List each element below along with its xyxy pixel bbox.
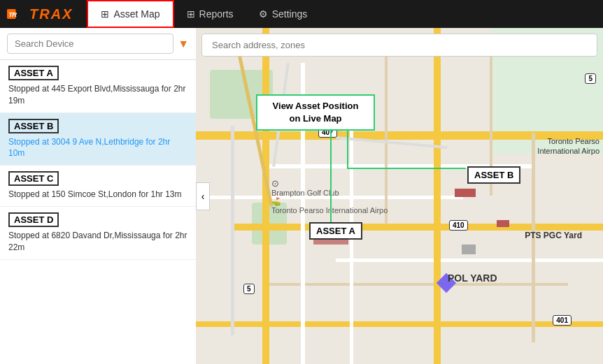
asset-c-desc: Stopped at 150 Simcoe St,London for 1hr …	[8, 189, 187, 201]
tooltip-line-v2	[330, 124, 332, 222]
asset-a-label: ASSET A	[316, 226, 355, 236]
road-num-5-bottom: 5	[243, 284, 255, 294]
map-search-input[interactable]	[201, 34, 597, 57]
map-area: 5 407 410 401 5 POL YARD PTS PGC Yard To…	[196, 28, 603, 364]
building-gray-1	[462, 245, 476, 254]
asset-c-title: ASSET C	[8, 171, 59, 186]
logo-text: TRAX	[29, 6, 73, 22]
collapse-button[interactable]: ‹	[196, 182, 210, 210]
asset-item-d[interactable]: ASSET D Stopped at 6820 Davand Dr,Missis…	[0, 207, 196, 260]
main-content: ▼ ASSET A Stopped at 445 Export Blvd,Mis…	[0, 28, 603, 364]
asset-a-marker[interactable]: ASSET A	[309, 222, 362, 240]
asset-b-label: ASSET B	[474, 170, 513, 180]
road-thin-v4	[231, 126, 234, 335]
powerade-label: ⊙ Brampton Golf Club	[271, 178, 339, 197]
logo-icon: T R	[7, 4, 27, 24]
nav-reports[interactable]: ⊞ Reports	[174, 0, 246, 28]
asset-item-a[interactable]: ASSET A Stopped at 445 Export Blvd,Missi…	[0, 60, 196, 113]
asset-a-title: ASSET A	[8, 66, 59, 80]
nav-reports-label: Reports	[199, 8, 234, 20]
main-nav: ⊞ Asset Map ⊞ Reports ⚙ Settings	[87, 0, 320, 28]
search-input[interactable]	[7, 34, 173, 54]
asset-item-b[interactable]: ASSET B Stopped at 3004 9 Ave N,Lethbrid…	[0, 113, 196, 166]
pol-yard-label: POL YARD	[448, 272, 497, 284]
pts-pgc-label: PTS PGC Yard	[525, 231, 582, 240]
road-5-v	[434, 28, 441, 364]
asset-a-desc: Stopped at 445 Export Blvd,Mississauga f…	[8, 83, 187, 107]
svg-text:R: R	[12, 10, 17, 18]
road-410-h	[231, 224, 603, 231]
road-white-v2	[350, 126, 353, 364]
map-background: 5 407 410 401 5 POL YARD PTS PGC Yard To…	[196, 28, 603, 364]
nav-asset-map-label: Asset Map	[113, 8, 159, 20]
map-search	[201, 34, 597, 57]
tooltip-text: View Asset Positionon Live Map	[273, 101, 359, 124]
toronto-line2: International Airpo	[537, 146, 600, 156]
asset-position-tooltip: View Asset Positionon Live Map	[256, 94, 375, 131]
grid-icon: ⊞	[101, 8, 109, 20]
asset-d-desc: Stopped at 6820 Davand Dr,Mississauga fo…	[8, 230, 187, 254]
powerade-text: Brampton Golf Club	[271, 189, 339, 197]
toronto-airport-label: Toronto Pearso International Airpo	[537, 136, 600, 156]
header: T R TRAX ⊞ Asset Map ⊞ Reports ⚙ Setting…	[0, 0, 603, 28]
road-num-410: 410	[449, 220, 468, 231]
road-401-h	[196, 321, 603, 327]
building-3	[455, 189, 476, 197]
asset-d-title: ASSET D	[8, 212, 59, 227]
road-num-401: 401	[553, 315, 572, 326]
asset-b-marker[interactable]: ASSET B	[467, 166, 520, 184]
nav-settings-label: Settings	[272, 8, 308, 20]
road-num-5-top: 5	[585, 73, 596, 84]
asset-list: ASSET A Stopped at 445 Export Blvd,Missi…	[0, 60, 196, 364]
tooltip-line-h1	[347, 168, 466, 169]
gear-icon: ⚙	[259, 8, 268, 20]
collapse-icon: ‹	[201, 191, 205, 202]
road-white-h2	[336, 259, 603, 262]
search-bar: ▼	[0, 28, 196, 60]
toronto-line1: Toronto Pearso	[537, 136, 600, 146]
road-thin-h1	[266, 283, 568, 286]
asset-item-c[interactable]: ASSET C Stopped at 150 Simcoe St,London …	[0, 166, 196, 207]
asset-b-desc: Stopped at 3004 9 Ave N,Lethbridge for 2…	[8, 136, 187, 160]
asset-b-title: ASSET B	[8, 119, 59, 133]
building-4	[497, 220, 509, 227]
nav-asset-map[interactable]: ⊞ Asset Map	[87, 0, 173, 28]
filter-button[interactable]: ▼	[178, 38, 189, 50]
nav-settings[interactable]: ⚙ Settings	[246, 0, 320, 28]
powerade-icon: ⊙	[271, 178, 339, 189]
sidebar: ▼ ASSET A Stopped at 445 Export Blvd,Mis…	[0, 28, 196, 364]
filter-icon: ▼	[178, 38, 189, 50]
grid-icon-reports: ⊞	[187, 8, 195, 20]
logo: T R TRAX	[7, 4, 73, 24]
